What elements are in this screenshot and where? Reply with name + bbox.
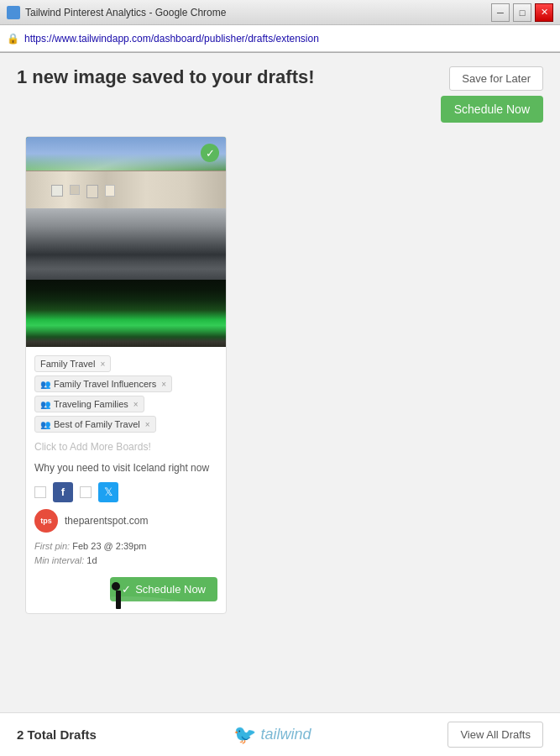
remove-board-icon[interactable]: × [161,380,166,389]
checkmark-badge: ✓ [201,144,219,162]
board-tag-family-travel-influencers[interactable]: 👥 Family Travel Influencers × [34,375,172,392]
boards-section: Family Travel × 👥 Family Travel Influenc… [34,355,217,433]
group-icon: 👥 [40,400,50,409]
card-image-stack [26,137,226,347]
tailwind-bird-icon: 🐦 [233,724,256,746]
remove-board-icon[interactable]: × [100,360,105,369]
draft-card: ✓ Family Travel × 👥 Family Travel Influe… [25,136,227,614]
first-pin-value: Feb 23 @ 2:39pm [72,541,146,551]
footer-total-drafts: 2 Total Drafts [17,727,97,742]
min-interval-value: 1d [86,555,97,565]
maximize-button[interactable]: □ [513,3,531,22]
window-controls: ─ □ ✕ [491,3,553,22]
lock-icon: 🔒 [7,33,19,45]
min-interval-label: Min interval: [34,555,84,565]
header-row: 1 new image saved to your drafts! Save f… [17,66,543,123]
group-icon: 👥 [40,420,50,429]
remove-board-icon[interactable]: × [133,400,139,409]
board-label: Traveling Families [54,399,128,409]
first-pin-label: First pin: [34,541,70,551]
main-content: 1 new image saved to your drafts! Save f… [0,53,560,713]
board-label: Best of Family Travel [54,419,140,429]
footer-logo: 🐦 tailwind [233,724,311,746]
save-later-button[interactable]: Save for Later [449,66,543,91]
group-icon: 👥 [40,380,50,389]
page-title: 1 new image saved to your drafts! [17,66,315,88]
remove-board-icon[interactable]: × [145,420,150,429]
schedule-now-top-button[interactable]: Schedule Now [441,96,543,123]
window-title: Tailwind Pinterest Analytics - Google Ch… [25,7,491,18]
source-row: tps theparentspot.com [34,509,217,533]
card-image-top [26,137,226,208]
source-avatar: tps [34,509,58,533]
title-bar: Tailwind Pinterest Analytics - Google Ch… [0,0,560,25]
source-initials: tps [40,517,52,525]
minimize-button[interactable]: ─ [491,3,510,22]
board-label: Family Travel Influencers [54,379,156,389]
close-button[interactable]: ✕ [535,3,553,22]
window-chrome: Tailwind Pinterest Analytics - Google Ch… [0,0,560,53]
twitter-checkbox[interactable] [80,486,92,498]
twitter-icon[interactable]: 𝕏 [98,482,118,502]
card-image-bottom [26,280,226,347]
facebook-checkbox[interactable] [34,486,46,498]
tailwind-logo-text: tailwind [261,726,311,743]
url-display[interactable]: https://www.tailwindapp.com/dashboard/pu… [24,33,553,45]
board-label: Family Travel [40,359,95,369]
source-domain: theparentspot.com [65,515,148,527]
header-buttons: Save for Later Schedule Now [441,66,543,123]
chrome-icon [7,6,20,19]
schedule-info: First pin: Feb 23 @ 2:39pm Min interval:… [34,539,217,569]
card-description: Why you need to visit Iceland right now [34,461,217,475]
card-image-mid [26,208,226,280]
board-tag-traveling-families[interactable]: 👥 Traveling Families × [34,396,144,412]
facebook-icon[interactable]: f [53,482,73,502]
view-all-drafts-button[interactable]: View All Drafts [447,722,543,748]
schedule-checkmark-icon: ✓ [122,583,131,596]
social-row: f 𝕏 [34,482,217,502]
board-tag-family-travel[interactable]: Family Travel × [34,355,111,372]
schedule-card-label: Schedule Now [135,583,206,596]
add-boards-placeholder[interactable]: Click to Add More Boards! [34,439,217,454]
draft-card-wrapper: ✓ Family Travel × 👥 Family Travel Influe… [17,136,543,614]
address-bar: 🔒 https://www.tailwindapp.com/dashboard/… [0,25,560,52]
footer: 2 Total Drafts 🐦 tailwind View All Draft… [0,712,560,756]
card-body: Family Travel × 👥 Family Travel Influenc… [26,347,226,613]
first-pin-row: First pin: Feb 23 @ 2:39pm [34,539,217,554]
min-interval-row: Min interval: 1d [34,554,217,569]
board-tag-best-of-family-travel[interactable]: 👥 Best of Family Travel × [34,416,156,433]
